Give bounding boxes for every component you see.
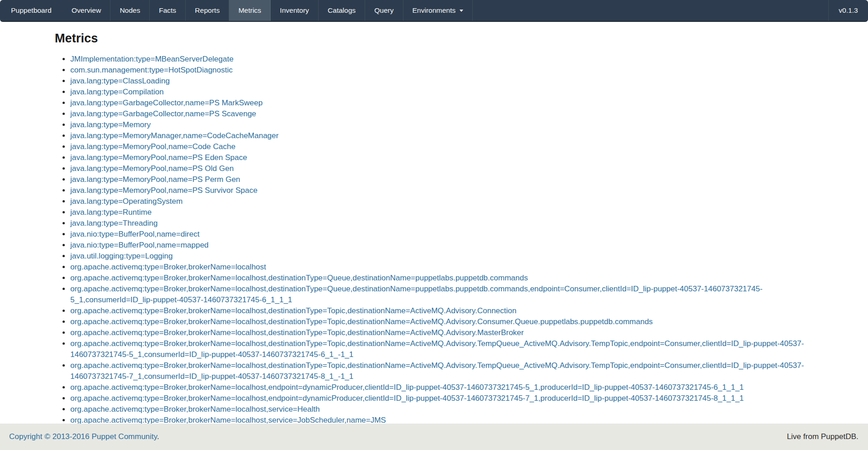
metric-link[interactable]: java.lang:type=ClassLoading [70,77,170,85]
nav-item-catalogs: Catalogs [319,0,365,21]
list-item: java.lang:type=Runtime [70,207,813,218]
nav-link-inventory[interactable]: Inventory [271,0,318,21]
nav-item-label: Environments [413,6,456,15]
metric-link[interactable]: org.apache.activemq:type=Broker,brokerNa… [70,306,517,315]
metric-link[interactable]: org.apache.activemq:type=Broker,brokerNa… [70,263,266,271]
metric-link[interactable]: org.apache.activemq:type=Broker,brokerNa… [70,317,653,326]
metric-link[interactable]: java.lang:type=Runtime [70,208,152,217]
list-item: java.lang:type=MemoryManager,name=CodeCa… [70,130,813,141]
list-item: org.apache.activemq:type=Broker,brokerNa… [70,382,813,393]
list-item: java.lang:type=OperatingSystem [70,196,813,207]
metric-link[interactable]: java.lang:type=MemoryPool,name=Code Cach… [70,142,235,151]
metric-link[interactable]: java.lang:type=GarbageCollector,name=PS … [70,98,262,107]
list-item: org.apache.activemq:type=Broker,brokerNa… [70,284,813,305]
metric-link[interactable]: java.lang:type=Threading [70,219,157,228]
list-item: org.apache.activemq:type=Broker,brokerNa… [70,393,813,404]
metric-link[interactable]: java.lang:type=MemoryPool,name=PS Surviv… [70,186,257,195]
metric-link[interactable]: org.apache.activemq:type=Broker,brokerNa… [70,274,528,282]
main-content: Metrics JMImplementation:type=MBeanServe… [55,22,813,426]
nav-link-overview[interactable]: Overview [63,0,110,21]
metric-link[interactable]: org.apache.activemq:type=Broker,brokerNa… [70,405,320,414]
list-item: java.lang:type=MemoryPool,name=PS Surviv… [70,185,813,196]
metric-link[interactable]: java.lang:type=Compilation [70,88,164,96]
metric-link[interactable]: JMImplementation:type=MBeanServerDelegat… [70,55,234,63]
nav-item-metrics: Metrics [229,0,271,21]
page-title: Metrics [55,31,813,46]
metric-link[interactable]: org.apache.activemq:type=Broker,brokerNa… [70,284,763,304]
nav-item-label: Metrics [238,6,261,15]
metric-link[interactable]: org.apache.activemq:type=Broker,brokerNa… [70,383,744,392]
copyright-link[interactable]: Copyright © 2013-2016 Puppet Community [9,432,157,441]
list-item: java.nio:type=BufferPool,name=direct [70,229,813,240]
nav-item-label: Nodes [120,6,140,15]
list-item: com.sun.management:type=HotSpotDiagnosti… [70,65,813,76]
version-label: v0.1.3 [828,0,868,21]
list-item: java.lang:type=Threading [70,218,813,229]
list-item: org.apache.activemq:type=Broker,brokerNa… [70,338,813,360]
metric-link[interactable]: java.nio:type=BufferPool,name=direct [70,230,199,238]
metric-link[interactable]: org.apache.activemq:type=Broker,brokerNa… [70,361,804,381]
list-item: java.util.logging:type=Logging [70,251,813,262]
list-item: java.lang:type=Compilation [70,87,813,98]
nav-item-label: Reports [195,6,220,15]
nav-item-label: Facts [159,6,176,15]
nav-item-inventory: Inventory [271,0,319,21]
nav-item-label: Catalogs [328,6,356,15]
metrics-list: JMImplementation:type=MBeanServerDelegat… [55,54,813,426]
metric-link[interactable]: java.nio:type=BufferPool,name=mapped [70,241,209,249]
nav-link-metrics[interactable]: Metrics [229,0,270,21]
metric-link[interactable]: com.sun.management:type=HotSpotDiagnosti… [70,66,233,74]
list-item: java.lang:type=MemoryPool,name=PS Old Ge… [70,163,813,174]
list-item: java.lang:type=GarbageCollector,name=PS … [70,98,813,109]
footer: Copyright © 2013-2016 Puppet Community. … [0,424,868,450]
metric-link[interactable]: java.lang:type=MemoryPool,name=PS Eden S… [70,153,247,162]
list-item: org.apache.activemq:type=Broker,brokerNa… [70,404,813,415]
metric-link[interactable]: java.lang:type=GarbageCollector,name=PS … [70,109,256,118]
list-item: java.lang:type=MemoryPool,name=Code Cach… [70,141,813,152]
nav-item-query: Query [365,0,403,21]
nav-items: OverviewNodesFactsReportsMetricsInventor… [63,0,473,21]
copyright-period: . [157,432,159,441]
nav-item-overview: Overview [63,0,111,21]
metric-link[interactable]: java.lang:type=MemoryManager,name=CodeCa… [70,131,278,140]
live-from-text: Live from PuppetDB. [787,432,858,441]
metric-link[interactable]: java.util.logging:type=Logging [70,252,173,260]
nav-item-nodes: Nodes [110,0,150,21]
list-item: java.lang:type=MemoryPool,name=PS Eden S… [70,152,813,163]
nav-item-label: Overview [72,6,101,15]
list-item: org.apache.activemq:type=Broker,brokerNa… [70,262,813,273]
nav-item-environments: Environments [403,0,473,21]
list-item: org.apache.activemq:type=Broker,brokerNa… [70,305,813,316]
nav-link-facts[interactable]: Facts [150,0,185,21]
nav-link-nodes[interactable]: Nodes [110,0,149,21]
list-item: org.apache.activemq:type=Broker,brokerNa… [70,327,813,338]
nav-link-catalogs[interactable]: Catalogs [319,0,365,21]
nav-link-environments[interactable]: Environments [403,0,473,21]
nav-item-facts: Facts [150,0,186,21]
list-item: org.apache.activemq:type=Broker,brokerNa… [70,273,813,284]
footer-copyright: Copyright © 2013-2016 Puppet Community. [9,432,159,441]
brand-puppetboard[interactable]: Puppetboard [0,0,63,21]
metric-link[interactable]: java.lang:type=OperatingSystem [70,197,183,206]
list-item: JMImplementation:type=MBeanServerDelegat… [70,54,813,65]
nav-link-reports[interactable]: Reports [186,0,229,21]
nav-item-reports: Reports [186,0,229,21]
nav-item-label: Inventory [280,6,309,15]
metric-link[interactable]: java.lang:type=MemoryPool,name=PS Perm G… [70,175,240,184]
list-item: org.apache.activemq:type=Broker,brokerNa… [70,316,813,327]
nav-link-query[interactable]: Query [365,0,403,21]
metric-link[interactable]: java.lang:type=MemoryPool,name=PS Old Ge… [70,164,234,173]
metric-link[interactable]: java.lang:type=Memory [70,120,151,129]
metric-link[interactable]: org.apache.activemq:type=Broker,brokerNa… [70,339,804,359]
chevron-down-icon [460,10,463,12]
list-item: java.lang:type=ClassLoading [70,76,813,87]
list-item: java.lang:type=GarbageCollector,name=PS … [70,109,813,119]
list-item: java.lang:type=Memory [70,119,813,130]
list-item: java.lang:type=MemoryPool,name=PS Perm G… [70,174,813,185]
nav-item-label: Query [374,6,393,15]
metric-link[interactable]: org.apache.activemq:type=Broker,brokerNa… [70,394,744,403]
list-item: java.nio:type=BufferPool,name=mapped [70,240,813,251]
top-navbar: Puppetboard OverviewNodesFactsReportsMet… [0,0,868,22]
list-item: org.apache.activemq:type=Broker,brokerNa… [70,360,813,382]
metric-link[interactable]: org.apache.activemq:type=Broker,brokerNa… [70,328,524,337]
